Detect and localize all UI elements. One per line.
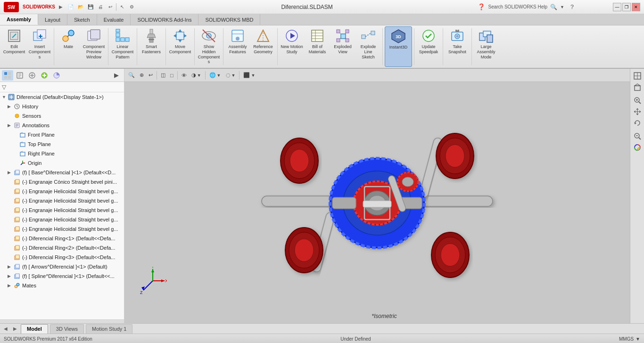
edit-component-btn[interactable]: EditComponent	[2, 26, 26, 67]
window-controls[interactable]: — ❐ ✕	[613, 3, 640, 11]
tree-top-plane[interactable]: ▶ Top Plane	[0, 139, 124, 149]
property-manager-btn[interactable]	[14, 70, 25, 81]
history-expand[interactable]: ▶	[8, 104, 13, 109]
tree-comp-5[interactable]: ▶ (-) Engranaje Helicoidal Straight beve…	[0, 205, 124, 215]
arrows-expand[interactable]: ▶	[8, 264, 13, 269]
expand-panel-btn[interactable]: ▶	[111, 70, 122, 81]
tab-motion-study[interactable]: Motion Study 1	[86, 324, 132, 334]
vp-apply-scene-btn[interactable]: 🌐 ▼	[207, 70, 223, 81]
tree-comp-3[interactable]: ▶ (-) Engranaje Helicoidal Straight beve…	[0, 187, 124, 196]
config-manager-btn[interactable]	[26, 70, 38, 81]
vp-search-btn[interactable]: 🔍	[126, 70, 137, 81]
select-btn[interactable]: ↖	[118, 3, 126, 11]
component-preview-btn[interactable]: ComponentPreviewWindow	[82, 26, 106, 67]
vp-zoom-to-fit-btn[interactable]: ⊕	[138, 70, 146, 81]
new-btn[interactable]: 📄	[66, 3, 75, 11]
mate-btn[interactable]: Mate	[56, 26, 81, 67]
tree-diff-ring2[interactable]: ▶ (-) Diferencial Ring<2> (Default<<Defa…	[0, 243, 124, 253]
view-orientation-btn[interactable]	[632, 71, 643, 81]
tree-arrows[interactable]: ▶ (f) [ Arrows^Diferencial ]<1> (Default…	[0, 262, 124, 271]
reference-geometry-btn[interactable]: ReferenceGeometry	[251, 26, 275, 67]
tree-history[interactable]: ▶ History	[0, 102, 124, 111]
viewport[interactable]: 🔍 ⊕ ↩ ◫ □ 👁 ◑ ▼ 🌐 ▼ ◌ ▼ ⬛ ▼	[124, 69, 644, 323]
exploded-view-btn[interactable]: ExplodedView	[330, 26, 355, 67]
appearance-btn[interactable]	[632, 142, 643, 153]
zoom-btn[interactable]	[632, 95, 643, 106]
explode-line-btn[interactable]: ExplodeLineSketch	[356, 26, 380, 67]
tree-comp-4[interactable]: ▶ (-) Engranaje Helicoidal Straight beve…	[0, 196, 124, 205]
bill-of-materials-btn[interactable]: Bill ofMaterials	[305, 26, 330, 67]
update-speedpak-btn[interactable]: UpdateSpeedpak	[416, 26, 441, 67]
tab-addins[interactable]: SOLIDWORKS Add-Ins	[131, 14, 198, 25]
vp-previous-view-btn[interactable]: ↩	[147, 70, 155, 81]
minimize-btn[interactable]: —	[613, 3, 621, 11]
tab-mbd[interactable]: SOLIDWORKS MBD	[198, 14, 260, 25]
assembly-features-btn[interactable]: AssemblyFeatures	[225, 26, 250, 67]
zoom-out-btn[interactable]	[632, 131, 643, 141]
vp-display-mode-btn[interactable]: ◑ ▼	[190, 70, 203, 81]
tab-sketch[interactable]: Sketch	[67, 14, 97, 25]
tree-spline[interactable]: ▶ (f) [ Spline^Diferencial ]<1> (Default…	[0, 271, 124, 281]
tree-right-plane[interactable]: ▶ Right Plane	[0, 149, 124, 158]
undo-btn[interactable]: ↩	[106, 3, 115, 11]
open-btn[interactable]: 📂	[76, 3, 85, 11]
tree-comp-1[interactable]: ▶ (f) [ Base^Diferencial ]<1> (Default<<…	[0, 168, 124, 177]
tree-diff-ring3[interactable]: ▶ (-) Diferencial Ring<3> (Default<<Defa…	[0, 253, 124, 262]
tree-front-plane[interactable]: ▶ Front Plane	[0, 130, 124, 139]
vp-display-settings-btn[interactable]: ⬛ ▼	[241, 70, 257, 81]
smart-fasteners-btn[interactable]: SmartFasteners	[139, 26, 164, 67]
move-component-btn[interactable]: MoveComponent	[168, 26, 192, 67]
new-motion-study-btn[interactable]: New MotionStudy	[280, 26, 304, 67]
instant3d-btn[interactable]: 3D Instant3D	[385, 26, 412, 67]
tree-mates[interactable]: ▶ Mates	[0, 281, 124, 290]
pan-btn[interactable]	[632, 106, 643, 117]
search-dropdown[interactable]: ▼	[560, 5, 564, 9]
tree-annotations[interactable]: ▶ Annotations	[0, 121, 124, 130]
vp-render-btn[interactable]: ◌ ▼	[224, 70, 238, 81]
rotate-btn[interactable]	[632, 118, 643, 128]
tab-nav-next[interactable]: ▶	[11, 326, 19, 331]
question-mark-icon[interactable]: ？	[569, 3, 575, 11]
feature-manager-btn[interactable]	[2, 70, 13, 81]
view-orientation2-btn[interactable]	[632, 82, 643, 92]
annotations-expand[interactable]: ▶	[8, 123, 13, 128]
tab-model[interactable]: Model	[21, 324, 48, 334]
print-btn[interactable]: 🖨	[96, 3, 105, 11]
options-btn[interactable]: ⚙	[128, 3, 136, 11]
tree-diff-ring1[interactable]: ▶ (-) Diferencial Ring<1> (Default<<Defa…	[0, 234, 124, 243]
panel-resize-handle[interactable]	[0, 319, 124, 323]
units-expand[interactable]: ▼	[636, 336, 640, 342]
large-assembly-btn[interactable]: LargeAssemblyMode	[474, 26, 498, 67]
tree-comp-2[interactable]: ▶ (-) Engranaje Cónico Straight bevel pi…	[0, 177, 124, 187]
tree-root[interactable]: ▼ Diferencial (Default<Display State-1>)	[0, 92, 124, 102]
comp1-expand[interactable]: ▶	[8, 170, 13, 175]
expand-arrow[interactable]: ▶	[59, 4, 63, 9]
spline-expand[interactable]: ▶	[8, 274, 13, 278]
close-btn[interactable]: ✕	[632, 3, 640, 11]
pie-chart-btn[interactable]	[51, 70, 62, 81]
tab-layout[interactable]: Layout	[38, 14, 67, 25]
tab-evaluate[interactable]: Evaluate	[97, 14, 131, 25]
save-btn[interactable]: 💾	[86, 3, 95, 11]
mates-expand[interactable]: ▶	[8, 283, 13, 288]
tab-3d-views[interactable]: 3D Views	[50, 324, 84, 334]
root-expand[interactable]: ▼	[2, 95, 8, 99]
linear-pattern-btn[interactable]: LinearComponentPattern	[110, 26, 135, 67]
take-snapshot-btn[interactable]: TakeSnapshot	[445, 26, 470, 67]
show-hidden-btn[interactable]: ShowHiddenComponents	[197, 26, 221, 67]
tree-origin[interactable]: ▶ Origin	[0, 158, 124, 168]
vp-view-btn[interactable]: □	[168, 70, 175, 81]
search-icon[interactable]: 🔍	[550, 4, 557, 10]
tree-sensors[interactable]: ▶ Sensors	[0, 111, 124, 121]
plus-btn[interactable]	[39, 70, 50, 81]
tab-assembly[interactable]: Assembly	[0, 14, 38, 25]
tree-comp-7[interactable]: ▶ (-) Engranaje Helicoidal Straight beve…	[0, 224, 124, 234]
arrows-icon	[13, 263, 21, 270]
vp-section-btn[interactable]: ◫	[159, 70, 167, 81]
restore-btn[interactable]: ❐	[622, 3, 631, 11]
tab-nav-prev[interactable]: ◀	[2, 326, 9, 331]
tree-comp-6[interactable]: ▶ (-) Engranaje Helicoidal Straight beve…	[0, 215, 124, 224]
insert-components-btn[interactable]: InsertComponents	[27, 26, 52, 67]
vp-hide-show-btn[interactable]: 👁	[180, 70, 189, 81]
feature-tree[interactable]: ▼ Diferencial (Default<Display State-1>)…	[0, 92, 124, 319]
